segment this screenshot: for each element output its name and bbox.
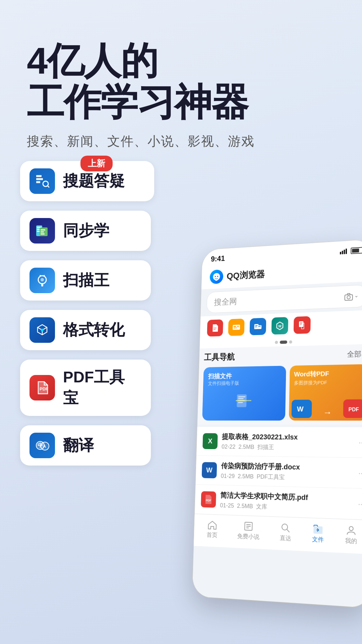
- svg-rect-27: [346, 249, 347, 254]
- word-pdf-sub: 多图拼接为PDF: [294, 379, 362, 386]
- svg-rect-26: [344, 250, 345, 254]
- status-icons: [340, 247, 362, 255]
- svg-rect-10: [41, 229, 45, 230]
- nav-direct[interactable]: 直达: [280, 523, 292, 542]
- svg-rect-12: [41, 233, 45, 234]
- tools-title: 工具导航: [204, 352, 235, 363]
- svg-rect-40: [257, 325, 261, 329]
- svg-rect-1: [36, 178, 43, 180]
- file-name-1: 提取表格_20230221.xlsx: [222, 432, 354, 443]
- svg-point-31: [347, 296, 350, 299]
- nav-novel-label: 免费小说: [237, 532, 260, 541]
- file-more-3[interactable]: ···: [358, 499, 362, 509]
- quick-icon-3[interactable]: [250, 318, 266, 335]
- translate-icon: 中 A: [29, 433, 55, 458]
- camera-icon: [344, 292, 358, 301]
- status-time: 9:41: [211, 254, 225, 264]
- tools-all-link[interactable]: 全部: [347, 349, 362, 359]
- phone-mockup: 9:41: [192, 239, 362, 608]
- file-list: X 提取表格_20230221.xlsx 02-22 2.5MB 扫描王 ···…: [195, 427, 362, 520]
- quick-icon-5[interactable]: [294, 316, 311, 334]
- nav-home-label: 首页: [206, 531, 218, 539]
- file-info-3: 简洁大学生求职中文简历.pdf 01-25 2.5MB 文库: [220, 490, 354, 514]
- format-icon: [29, 317, 55, 343]
- scan-card-label: 扫描文件: [208, 371, 281, 381]
- dot-3: [289, 340, 292, 344]
- feature-card-scan[interactable]: 扫描王: [20, 260, 151, 301]
- tool-cards: 扫描文件 文件扫描电子版: [202, 364, 362, 421]
- quick-icon-4[interactable]: W: [272, 317, 288, 335]
- nav-novel[interactable]: 免费小说: [237, 521, 260, 541]
- file-more-2[interactable]: ···: [358, 468, 362, 478]
- sync-icon: [29, 218, 55, 244]
- svg-rect-25: [342, 251, 343, 254]
- svg-rect-37: [234, 328, 237, 328]
- features-section: 上新 搜题答疑 同步学: [20, 161, 154, 466]
- pdf-file-icon: PDF: [201, 491, 216, 507]
- svg-rect-15: [41, 283, 43, 286]
- file-meta-1: 02-22 2.5MB 扫描王: [222, 443, 354, 452]
- hero-section: 4亿人的 工作学习神器 搜索、新闻、文件、小说、影视、游戏: [0, 0, 362, 163]
- file-more-1[interactable]: ···: [359, 438, 362, 447]
- feature-label-search-qa: 搜题答疑: [63, 171, 125, 192]
- nav-files-label: 文件: [312, 535, 324, 544]
- quick-icon-1[interactable]: [207, 319, 223, 336]
- feature-card-format[interactable]: 格式转化: [20, 310, 151, 350]
- feature-card-translate[interactable]: 中 A 翻译: [20, 425, 151, 466]
- feature-label-scan: 扫描王: [63, 270, 109, 291]
- svg-rect-0: [36, 175, 42, 177]
- dot-1: [275, 341, 278, 344]
- svg-rect-52: [238, 402, 243, 403]
- svg-text:W: W: [278, 324, 282, 328]
- svg-rect-34: [214, 329, 216, 330]
- nav-direct-label: 直达: [280, 534, 292, 542]
- docx-icon: W: [202, 462, 217, 479]
- svg-point-65: [349, 526, 353, 531]
- nav-home[interactable]: 首页: [206, 520, 218, 539]
- file-info-1: 提取表格_20230221.xlsx 02-22 2.5MB 扫描王: [222, 432, 354, 452]
- feature-label-sync: 同步学: [63, 220, 109, 241]
- feature-card-pdf[interactable]: PDF PDF工具宝: [20, 360, 151, 416]
- word-pdf-label: Word转PDF: [294, 369, 362, 379]
- nav-profile-label: 我的: [345, 537, 357, 545]
- qq-logo: [209, 269, 223, 284]
- svg-rect-11: [41, 231, 44, 232]
- quick-icon-2[interactable]: [228, 319, 244, 336]
- battery-icon: [351, 247, 362, 254]
- svg-text:A: A: [43, 444, 46, 449]
- svg-point-61: [282, 524, 288, 530]
- svg-line-62: [287, 529, 290, 532]
- svg-rect-2: [36, 181, 40, 183]
- svg-point-14: [41, 278, 44, 281]
- file-item-1[interactable]: X 提取表格_20230221.xlsx 02-22 2.5MB 扫描王 ···: [196, 427, 362, 458]
- feature-label-translate: 翻译: [63, 435, 94, 456]
- file-meta-2: 01-29 2.5MB PDF工具宝: [221, 472, 354, 483]
- browser-title: QQ浏览器: [227, 268, 265, 282]
- nav-profile[interactable]: 我的: [345, 525, 357, 545]
- svg-rect-42: [255, 327, 257, 327]
- search-bar[interactable]: 搜全网: [206, 285, 362, 313]
- tool-card-scan[interactable]: 扫描文件 文件扫描电子版: [202, 366, 286, 421]
- hero-subtitle: 搜索、新闻、文件、小说、影视、游戏: [27, 133, 335, 150]
- svg-rect-46: [300, 323, 302, 323]
- tools-header: 工具导航 全部: [204, 348, 362, 363]
- search-placeholder: 搜全网: [214, 296, 237, 308]
- svg-rect-16: [40, 275, 41, 276]
- svg-point-18: [41, 329, 44, 331]
- svg-text:PDF: PDF: [40, 386, 48, 391]
- scan-icon: [29, 268, 55, 293]
- feature-card-search-qa[interactable]: 上新 搜题答疑: [20, 161, 154, 201]
- file-name-2: 传染病预防治疗手册.docx: [221, 461, 354, 473]
- file-item-2[interactable]: W 传染病预防治疗手册.docx 01-29 2.5MB PDF工具宝 ···: [195, 455, 362, 489]
- svg-text:PDF: PDF: [206, 498, 211, 502]
- tool-card-word-pdf[interactable]: Word转PDF 多图拼接为PDF W → PDF: [289, 364, 362, 421]
- dot-2: [280, 340, 287, 344]
- nav-files[interactable]: 文件: [312, 524, 324, 544]
- pdf-icon: PDF: [29, 375, 55, 400]
- feature-card-sync[interactable]: 同步学: [20, 211, 151, 251]
- svg-rect-49: [238, 396, 246, 397]
- svg-rect-50: [238, 398, 243, 399]
- svg-rect-38: [237, 326, 239, 327]
- svg-rect-53: [236, 400, 251, 401]
- svg-line-4: [48, 186, 49, 187]
